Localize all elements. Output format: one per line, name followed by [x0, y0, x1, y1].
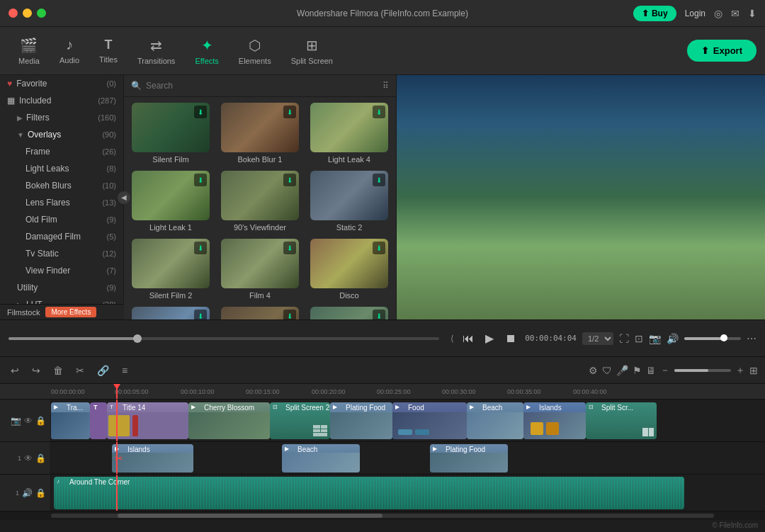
clip-islands-t2[interactable]: ▶ Islands: [112, 444, 193, 472]
clip-beach[interactable]: ▶ Beach: [467, 402, 523, 439]
sidebar-item-favorite[interactable]: ♥ Favorite (0): [0, 75, 123, 92]
scrollbar-thumb[interactable]: [118, 514, 382, 518]
clip-split-end[interactable]: ⊡ Split Scr...: [586, 402, 657, 439]
clip-t[interactable]: T: [90, 402, 107, 439]
maximize-button[interactable]: [37, 9, 46, 18]
sidebar-item-old-film[interactable]: Old Film (9): [0, 211, 123, 228]
clip-beach-t2[interactable]: ▶ Beach: [282, 444, 360, 472]
speed-selector[interactable]: 1/2 1/1 2x: [582, 332, 613, 345]
more-icon[interactable]: ⋯: [747, 333, 756, 344]
effect-90s-viewfinder[interactable]: ⬇ 90's Viewfinder: [216, 168, 304, 234]
track-1-lock-icon[interactable]: 🔒: [35, 416, 46, 426]
volume-icon[interactable]: 🔊: [667, 333, 679, 344]
mic-icon[interactable]: 🎤: [616, 365, 628, 376]
notification-icon[interactable]: ◎: [714, 8, 722, 19]
list-button[interactable]: ≡: [118, 363, 131, 378]
clip-cherry-blossom[interactable]: ▶ Cherry Blossom: [188, 402, 270, 439]
effect-film-4[interactable]: ⬇ Film 4: [216, 236, 304, 302]
crop-icon[interactable]: ⊡: [635, 333, 643, 344]
track-audio-lock-icon[interactable]: 🔒: [35, 488, 46, 498]
clip-food[interactable]: ▶ Food: [392, 402, 467, 439]
effect-disco[interactable]: ⬇ Disco: [305, 236, 393, 302]
scroll-left-arrow[interactable]: ◀: [118, 191, 130, 204]
effect-silent-film-2[interactable]: ⬇ Silent Film 2: [127, 236, 215, 302]
toolbar-audio[interactable]: ♪ Audio: [50, 33, 89, 69]
effect-vhs-distortion-bad[interactable]: ⬇ VHS Distortion Bad: [305, 304, 393, 319]
sidebar-item-frame[interactable]: Frame (26): [0, 143, 123, 160]
clip-title14[interactable]: T Title 14: [107, 402, 188, 439]
toolbar-transitions[interactable]: ⇄ Transitions: [128, 33, 185, 69]
fullscreen-icon[interactable]: ⛶: [619, 333, 629, 344]
toolbar-effects[interactable]: ✦ Effects: [185, 33, 228, 69]
cut-button[interactable]: ✂: [72, 363, 88, 378]
effect-bokeh-blur-1[interactable]: ⬇ Bokeh Blur 1: [216, 100, 304, 166]
search-input[interactable]: [146, 81, 378, 91]
export-button[interactable]: ⬆ Export: [687, 40, 756, 62]
track-2-lock-icon[interactable]: 🔒: [35, 453, 46, 463]
track-audio-speaker-icon[interactable]: 🔊: [22, 488, 33, 498]
undo-button[interactable]: ↩: [7, 363, 23, 378]
sidebar-item-light-leaks[interactable]: Light Leaks (8): [0, 160, 123, 177]
clip-plating-food[interactable]: ▶ Plating Food: [330, 402, 392, 439]
flag-icon[interactable]: ⚑: [633, 365, 642, 376]
buy-button[interactable]: ⬆ Buy: [633, 6, 676, 21]
minimize-button[interactable]: [23, 9, 32, 18]
effect-sparkle[interactable]: ⬇ Sparkle: [127, 304, 215, 319]
scrollbar-track[interactable]: [51, 514, 714, 518]
step-back-button[interactable]: ⏮: [460, 329, 477, 348]
toolbar-titles[interactable]: T Titles: [89, 33, 128, 68]
sidebar-item-bokeh-blurs[interactable]: Bokeh Blurs (10): [0, 177, 123, 194]
clip-islands[interactable]: ▶ Islands: [523, 402, 586, 439]
minus-icon[interactable]: －: [660, 364, 670, 377]
fit-icon[interactable]: ⊞: [749, 365, 758, 376]
sidebar-item-utility[interactable]: Utility (9): [0, 279, 123, 296]
clip-plating-t2[interactable]: ▶ Plating Food: [430, 444, 508, 472]
volume-bar[interactable]: [684, 337, 741, 340]
delete-button[interactable]: 🗑: [50, 363, 67, 378]
shield-icon[interactable]: 🛡: [602, 365, 612, 376]
timeline-scrollbar[interactable]: [0, 511, 765, 520]
toolbar-split-screen[interactable]: ⊞ Split Screen: [281, 33, 343, 69]
more-effects-button[interactable]: More Effects: [45, 307, 96, 317]
play-button[interactable]: ▶: [482, 329, 497, 348]
effect-static-2[interactable]: ⬇ Static 2: [305, 168, 393, 234]
monitor-icon[interactable]: 🖥: [646, 365, 656, 376]
effect-extremely-dirty-film[interactable]: ⬇ Extremely Dirty Film: [216, 304, 304, 319]
progress-bar[interactable]: [8, 337, 439, 340]
effect-light-leak-1[interactable]: ⬇ Light Leak 1: [127, 168, 215, 234]
sidebar-item-damaged-film[interactable]: Damaged Film (5): [0, 228, 123, 245]
link-button[interactable]: 🔗: [94, 363, 113, 378]
clip-audio-main[interactable]: ♪ Around The Corner: [54, 477, 684, 509]
magnet-icon[interactable]: ⚙: [589, 365, 598, 376]
search-icon: 🔍: [131, 81, 142, 91]
sidebar-item-filters[interactable]: ▶ Filters (160): [0, 109, 123, 126]
zoom-bar[interactable]: [674, 369, 731, 372]
effect-light-leak-4[interactable]: ⬇ Light Leak 4: [305, 100, 393, 166]
stop-button[interactable]: ⏹: [502, 329, 519, 348]
track-2-eye-icon[interactable]: 👁: [24, 453, 33, 463]
grid-view-icon[interactable]: ⠿: [382, 81, 389, 91]
sidebar-item-view-finder[interactable]: View Finder (7): [0, 262, 123, 279]
sidebar-item-tv-static[interactable]: Tv Static (12): [0, 245, 123, 262]
effect-thumb-disco: ⬇: [310, 239, 388, 288]
download-icon[interactable]: ⬇: [748, 8, 756, 19]
progress-handle[interactable]: [133, 334, 142, 343]
sidebar-overlays-label: Overlays: [28, 130, 103, 140]
track-1-eye-icon[interactable]: 👁: [24, 416, 33, 426]
clip-split26[interactable]: ⊡ Split Screen 26: [270, 402, 330, 439]
clip-track[interactable]: ▶ Tra...: [51, 402, 90, 439]
sidebar-item-included[interactable]: ▦ Included (287): [0, 92, 123, 109]
redo-button[interactable]: ↪: [28, 363, 44, 378]
toolbar-elements[interactable]: ⬡ Elements: [229, 33, 281, 69]
sidebar-item-lens-flares[interactable]: Lens Flares (13): [0, 194, 123, 211]
ruler-mark-7: 00:00:35:00: [507, 388, 541, 395]
toolbar-media[interactable]: 🎬 Media: [8, 33, 50, 69]
login-button[interactable]: Login: [685, 9, 706, 18]
plus-icon[interactable]: ＋: [735, 364, 745, 377]
mail-icon[interactable]: ✉: [731, 8, 740, 19]
volume-handle[interactable]: [720, 334, 727, 341]
sidebar-item-overlays[interactable]: ▼ Overlays (90): [0, 126, 123, 143]
effect-silent-film[interactable]: ⬇ Silent Film: [127, 100, 215, 166]
snapshot-icon[interactable]: 📷: [649, 333, 661, 344]
close-button[interactable]: [8, 9, 18, 18]
